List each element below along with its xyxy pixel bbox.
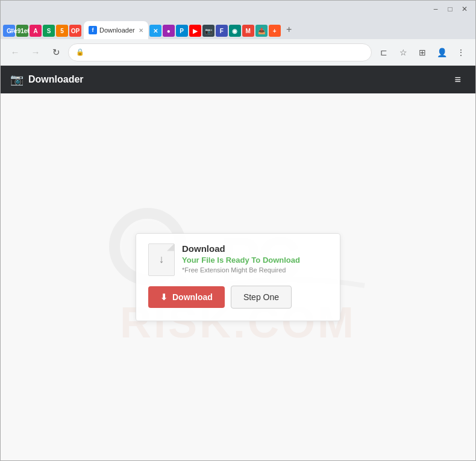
card-title: Download (182, 243, 328, 254)
favicon-s[interactable]: S (43, 25, 55, 37)
cast-icon[interactable]: ⊏ (375, 44, 392, 61)
active-tab-close[interactable]: ✕ (139, 27, 143, 34)
favicon-a2[interactable]: #e91e63 (16, 25, 28, 37)
favicon-mail[interactable]: M (242, 25, 254, 37)
file-icon: ↓ (148, 243, 175, 276)
favicon-f2[interactable]: F (216, 25, 228, 37)
toolbar-actions: ⊏ ☆ ⊞ 👤 ⋮ (375, 44, 469, 61)
step-one-button[interactable]: Step One (231, 286, 292, 309)
navbar-toggle-button[interactable]: ≡ (449, 71, 466, 89)
card-buttons: ⬇ Download Step One (148, 286, 328, 309)
profile-icon[interactable]: 👤 (433, 44, 450, 61)
back-button[interactable]: ← (7, 44, 23, 61)
app-navbar: 📷 Downloader ≡ (1, 66, 475, 93)
address-bar[interactable]: 🔒 (68, 43, 372, 61)
new-tab-button[interactable]: + (281, 21, 298, 38)
favicon-cam[interactable]: 📷 (202, 25, 215, 37)
minimize-button[interactable]: – (431, 5, 440, 13)
favicon-circle[interactable]: ● (163, 25, 175, 37)
card-subtitle: Your File Is Ready To Download (182, 256, 328, 265)
favicon-plus[interactable]: + (269, 25, 281, 37)
extensions-icon[interactable]: ⊞ (414, 44, 431, 61)
brand: 📷 Downloader (10, 73, 84, 86)
card-header: ↓ Download Your File Is Ready To Downloa… (148, 243, 328, 276)
browser-toolbar: ← → ↻ 🔒 ⊏ ☆ ⊞ 👤 ⋮ (1, 39, 475, 66)
download-card: ↓ Download Your File Is Ready To Downloa… (136, 233, 340, 321)
maximize-button[interactable]: □ (445, 5, 455, 13)
close-window-button[interactable]: ✕ (460, 5, 469, 13)
tabs-bar: G #e91e63 A S 5 OP f Downloader ✕ ✕ ● P … (1, 17, 475, 39)
download-button-label: Download (172, 292, 213, 302)
favicon-p[interactable]: P (176, 25, 188, 37)
download-icon: ⬇ (160, 292, 168, 302)
favicon-yt[interactable]: ▶ (189, 25, 201, 37)
active-tab-label: Downloader (99, 27, 135, 34)
card-note: *Free Extension Might Be Required (182, 266, 328, 274)
favicon-az[interactable]: A (30, 25, 42, 37)
favicon-op[interactable]: OP (69, 25, 81, 37)
active-tab[interactable]: f Downloader ✕ (84, 21, 148, 39)
favicon-dot[interactable]: ◉ (229, 25, 241, 37)
lock-icon: 🔒 (76, 48, 84, 56)
main-content: PC RISK.COM ↓ Download Your File Is Read… (1, 93, 475, 460)
card-info: Download Your File Is Ready To Download … (182, 243, 328, 274)
favicon-inbox[interactable]: 📥 (255, 25, 268, 37)
brand-icon: 📷 (10, 73, 23, 86)
window-controls: – □ ✕ (431, 5, 469, 13)
menu-icon[interactable]: ⋮ (453, 44, 469, 61)
download-button[interactable]: ⬇ Download (148, 286, 225, 308)
bookmark-icon[interactable]: ☆ (395, 44, 412, 61)
refresh-button[interactable]: ↻ (48, 44, 64, 61)
browser-window: – □ ✕ G #e91e63 A S 5 OP f Downloader ✕ … (0, 0, 476, 461)
forward-button[interactable]: → (27, 44, 44, 61)
favicon-5[interactable]: 5 (56, 25, 68, 37)
brand-label: Downloader (28, 74, 84, 85)
favicon-x[interactable]: ✕ (149, 25, 161, 37)
active-tab-favicon: f (89, 26, 97, 34)
chrome-top-bar: – □ ✕ (1, 1, 475, 17)
